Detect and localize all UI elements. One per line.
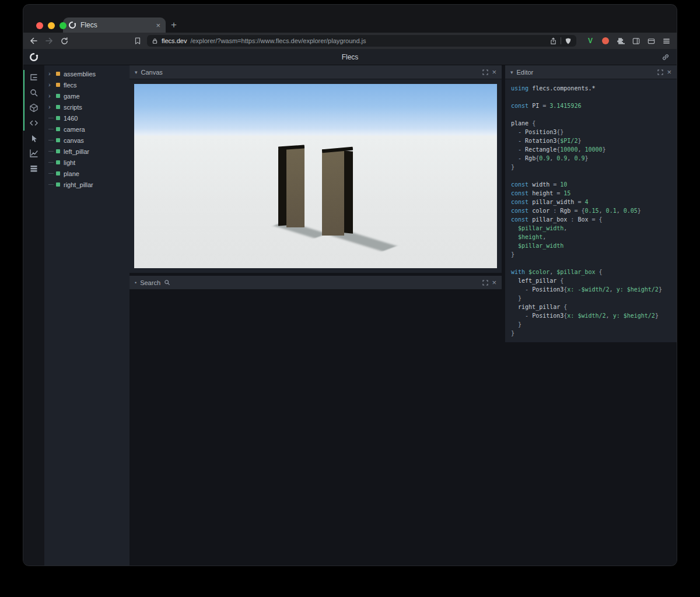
collapse-chevron-icon[interactable]: ▾ — [135, 69, 138, 75]
editor-panel: ▾ Editor × using flecs.components.* cons… — [505, 65, 677, 342]
sidebar-inspect-icon[interactable] — [23, 131, 44, 146]
collapse-chevron-icon[interactable]: ▾ — [510, 69, 513, 75]
menu-icon[interactable] — [660, 35, 672, 47]
entity-label: right_pillar — [64, 181, 93, 188]
share-link-icon[interactable] — [662, 53, 670, 61]
close-panel-icon[interactable]: × — [492, 279, 496, 286]
code-line: const color : Rgb = {0.15, 0.1, 0.05} — [511, 206, 671, 215]
sidebar-queries-icon[interactable] — [23, 161, 44, 176]
tree-item-left_pillar[interactable]: left_pillar — [44, 146, 130, 157]
lock-icon — [152, 38, 158, 44]
close-panel-icon[interactable]: × — [667, 68, 671, 76]
window-close-button[interactable] — [36, 22, 43, 29]
back-icon[interactable] — [28, 35, 40, 47]
editor-column: ▾ Editor × using flecs.components.* cons… — [505, 65, 677, 566]
code-line — [511, 171, 671, 180]
reload-icon[interactable] — [58, 35, 70, 47]
fullscreen-icon[interactable] — [482, 280, 488, 286]
tree-item-canvas[interactable]: canvas — [44, 135, 130, 146]
code-line: left_pillar { — [511, 276, 671, 285]
extensions-puzzle-icon[interactable] — [615, 35, 626, 47]
editor-panel-title: Editor — [517, 69, 534, 76]
tree-guide-line — [48, 162, 54, 163]
code-line: } — [511, 250, 671, 259]
code-line: - Rectangle{10000, 10000} — [511, 145, 671, 154]
code-line: const pillar_width = 4 — [511, 198, 671, 206]
entity-label: 1460 — [64, 115, 78, 122]
tree-item-right_pillar[interactable]: right_pillar — [44, 179, 130, 190]
expand-chevron-icon[interactable]: › — [48, 104, 54, 110]
3d-viewport[interactable] — [134, 84, 497, 268]
code-line: $pillar_width, — [511, 224, 671, 233]
wallet-icon[interactable] — [645, 35, 657, 47]
entity-kind-square — [56, 72, 60, 76]
sidebar-canvas-icon[interactable] — [23, 100, 44, 115]
browser-tab[interactable]: Flecs × — [63, 17, 166, 33]
entity-kind-square — [56, 160, 60, 164]
close-panel-icon[interactable]: × — [492, 68, 496, 76]
flecs-logo-icon — [29, 52, 38, 62]
tree-item-assemblies[interactable]: ›assemblies — [44, 68, 130, 79]
sidebar-search-icon[interactable] — [23, 85, 44, 100]
entity-kind-square — [56, 83, 60, 87]
code-line: const height = 15 — [511, 189, 671, 198]
sidebar-stats-icon[interactable] — [23, 146, 44, 161]
fullscreen-icon[interactable] — [482, 69, 488, 75]
tree-item-game[interactable]: ›game — [44, 90, 130, 101]
code-line: with $color, $pillar_box { — [511, 268, 671, 276]
code-line: - Position3{x: -$width/2, y: $height/2} — [511, 285, 671, 294]
traffic-lights — [36, 22, 66, 29]
editor-panel-header: ▾ Editor × — [505, 65, 677, 79]
code-line: } — [511, 329, 671, 338]
tree-item-light[interactable]: light — [44, 157, 130, 168]
code-line: - Rgb{0.9, 0.9, 0.9} — [511, 154, 671, 163]
url-host: flecs.dev — [162, 37, 187, 44]
entity-label: assemblies — [64, 71, 96, 78]
fullscreen-icon[interactable] — [657, 69, 663, 75]
tree-item-plane[interactable]: plane — [44, 168, 130, 179]
entity-label: camera — [64, 126, 85, 133]
search-panel: • Search × — [130, 276, 502, 290]
code-line: const width = 10 — [511, 180, 671, 189]
window-zoom-button[interactable] — [60, 22, 66, 29]
tree-item-1460[interactable]: 1460 — [44, 113, 130, 124]
panel-bullet-icon[interactable]: • — [135, 280, 136, 286]
sidebar-code-icon[interactable] — [23, 115, 44, 131]
tree-item-scripts[interactable]: ›scripts — [44, 101, 130, 113]
vimium-extension-button[interactable]: V — [584, 35, 596, 47]
search-panel-header: • Search × — [130, 276, 502, 290]
tab-close-icon[interactable]: × — [156, 22, 160, 29]
share-icon[interactable] — [550, 37, 557, 45]
entity-kind-square — [56, 182, 60, 187]
extension-red-icon[interactable] — [600, 35, 611, 47]
bookmark-icon[interactable] — [132, 35, 144, 47]
new-tab-button[interactable]: + — [166, 17, 182, 33]
window-minimize-button[interactable] — [48, 22, 55, 29]
expand-chevron-icon[interactable]: › — [48, 93, 54, 99]
tree-item-flecs[interactable]: ›flecs — [44, 79, 130, 90]
entity-kind-square — [56, 116, 60, 120]
entity-label: scripts — [64, 104, 82, 111]
address-bar[interactable]: flecs.dev/explorer/?wasm=https://www.fle… — [147, 35, 576, 47]
code-line: right_pillar { — [511, 303, 671, 311]
tree-guide-line — [48, 184, 54, 185]
forward-icon[interactable] — [43, 35, 55, 47]
tree-guide-line — [48, 151, 54, 152]
expand-chevron-icon[interactable]: › — [48, 82, 54, 88]
brave-shield-icon[interactable] — [565, 37, 572, 45]
canvas-panel-title: Canvas — [141, 69, 163, 76]
sidebar-outliner-icon[interactable] — [23, 70, 44, 85]
code-line: $pillar_width — [511, 241, 671, 250]
navigation-bar: flecs.dev/explorer/?wasm=https://www.fle… — [23, 33, 677, 49]
entity-label: light — [64, 159, 75, 166]
app-title: Flecs — [342, 53, 359, 61]
editor-code[interactable]: using flecs.components.* const PI = 3.14… — [505, 79, 677, 342]
expand-chevron-icon[interactable]: › — [48, 71, 54, 77]
entity-label: left_pillar — [64, 148, 89, 155]
code-line: } — [511, 320, 671, 329]
search-panel-title: Search — [140, 279, 160, 286]
center-column: ▾ Canvas × — [130, 65, 502, 566]
tree-item-camera[interactable]: camera — [44, 124, 130, 135]
magnifier-icon — [164, 279, 170, 286]
sidebar-toggle-icon[interactable] — [630, 35, 642, 47]
